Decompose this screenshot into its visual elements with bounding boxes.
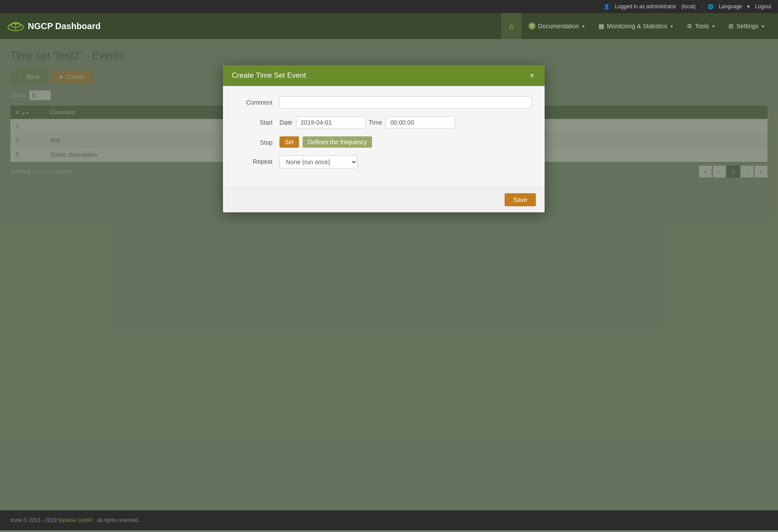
repeat-label: Repeat (236, 155, 279, 165)
modal-backdrop: Create Time Set Event × Comment Start Da… (0, 39, 778, 510)
grid-icon: ⊞ (728, 23, 734, 30)
nav-tools-label: Tools (695, 23, 709, 30)
stop-frequency-button[interactable]: Defines the frequency (303, 136, 372, 148)
brand-logo (7, 21, 24, 31)
page-content: Time set "test2" - Events ← Back ★ Creat… (0, 39, 778, 510)
date-label: Date (279, 119, 293, 126)
start-group: Start Date Time (236, 116, 532, 129)
repeat-select[interactable]: None (run once) Daily Weekly Monthly Yea… (279, 155, 358, 169)
logout-link[interactable]: Logout (755, 3, 771, 10)
brand-name: NGCP Dashboard (28, 21, 100, 31)
stop-set-button[interactable]: Set (279, 136, 299, 148)
top-bar: Logged in as administrator (local) | Lan… (0, 0, 778, 13)
nav-monitoring-label: Monitoring & Statistics (607, 23, 667, 30)
caret-monitoring: ▾ (671, 24, 673, 29)
gear-icon: ⚙ (687, 23, 692, 30)
repeat-group: Repeat None (run once) Daily Weekly Mont… (236, 155, 532, 169)
caret-tools: ▾ (712, 24, 715, 29)
locale-label: (local) (682, 3, 696, 10)
modal-body: Comment Start Date Time (223, 86, 545, 187)
nav-monitoring[interactable]: ▦ Monitoring & Statistics ▾ (592, 13, 680, 39)
modal-title: Create Time Set Event (232, 71, 306, 80)
caret-language: ▾ (747, 3, 750, 10)
nav-menu: ⌂ ? Documentation ▾ ▦ Monitoring & Stati… (501, 13, 771, 39)
user-icon (604, 3, 610, 10)
nav-settings[interactable]: ⊞ Settings ▾ (721, 13, 771, 39)
globe-icon (708, 3, 714, 10)
nav-documentation-label: Documentation (538, 23, 579, 30)
caret-settings: ▾ (762, 24, 764, 29)
nav-home[interactable]: ⌂ (501, 13, 522, 39)
language-link[interactable]: Language (719, 3, 742, 10)
stop-group: Stop Set Defines the frequency (236, 136, 532, 148)
start-date-input[interactable] (296, 116, 366, 129)
comment-control-area (279, 96, 532, 109)
comment-group: Comment (236, 96, 532, 109)
modal-footer: Save (223, 187, 545, 212)
stop-control-area: Set Defines the frequency (279, 136, 532, 148)
nav-tools[interactable]: ⚙ Tools ▾ (680, 13, 722, 39)
navbar: NGCP Dashboard ⌂ ? Documentation ▾ ▦ Mon… (0, 13, 778, 39)
brand-link[interactable]: NGCP Dashboard (7, 21, 100, 31)
home-icon: ⌂ (509, 22, 514, 31)
footer-trunk: trunk (10, 517, 22, 523)
caret-documentation: ▾ (582, 24, 585, 29)
logged-in-label: Logged in as administrator (615, 3, 676, 10)
modal-header: Create Time Set Event × (223, 65, 545, 86)
save-button[interactable]: Save (505, 193, 536, 206)
start-control-area: Date Time (279, 116, 532, 129)
page-footer: trunk © 2013 - 2019 Sipwise GmbH , all r… (0, 510, 778, 530)
nav-documentation[interactable]: ? Documentation ▾ (522, 13, 592, 39)
modal-create-timeset-event: Create Time Set Event × Comment Start Da… (223, 65, 545, 212)
start-time-input[interactable] (386, 116, 455, 129)
question-icon: ? (529, 23, 535, 30)
footer-rights: , all rights reserved. (94, 517, 140, 523)
time-label: Time (369, 119, 382, 126)
bar-chart-icon: ▦ (598, 23, 604, 30)
comment-input[interactable] (279, 96, 532, 109)
footer-copyright: © 2013 - 2019 (23, 517, 57, 523)
separator: | (701, 3, 702, 10)
modal-close-button[interactable]: × (528, 72, 536, 79)
repeat-control-area: None (run once) Daily Weekly Monthly Yea… (279, 155, 532, 169)
stop-label: Stop (236, 136, 279, 146)
footer-company-link[interactable]: Sipwise GmbH (58, 517, 93, 523)
start-label: Start (236, 116, 279, 126)
comment-label: Comment (236, 96, 279, 106)
nav-settings-label: Settings (736, 23, 758, 30)
